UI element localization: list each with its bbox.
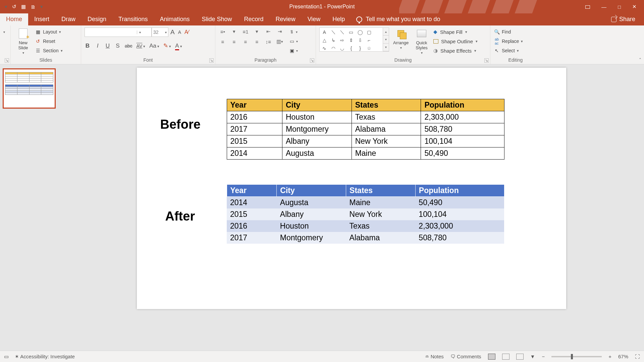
shape-lbrace-icon[interactable]: { <box>347 45 356 52</box>
new-file-button[interactable]: 🗎 <box>31 4 36 10</box>
paste-button[interactable]: ▾ <box>3 27 5 36</box>
tell-me-search[interactable]: Tell me what you want to do <box>351 13 445 25</box>
start-from-beginning-button[interactable]: ▦ <box>21 4 26 10</box>
table-cell[interactable]: Texas <box>352 111 421 123</box>
after-table[interactable]: YearCityStatesPopulation 2014AugustaMain… <box>227 184 504 244</box>
shape-roundrect-icon[interactable]: ▢ <box>365 28 373 36</box>
select-button[interactable]: ↖Select <box>494 46 523 55</box>
align-text-button[interactable]: ▭▾ <box>290 37 298 46</box>
clear-formatting-button[interactable]: A⁄ <box>184 29 189 35</box>
maximize-button[interactable]: □ <box>618 4 621 10</box>
text-direction-button[interactable]: ⥮▾ <box>290 27 298 36</box>
table-cell[interactable]: Montgomery <box>277 232 346 244</box>
slide-thumbnail-1[interactable] <box>3 68 56 109</box>
table-cell[interactable]: 50,490 <box>421 147 504 160</box>
font-launcher[interactable]: ↘ <box>209 58 214 63</box>
table-cell[interactable]: 50,490 <box>415 197 504 209</box>
table-cell[interactable]: Albany <box>277 208 346 220</box>
shape-lbrace-look-icon[interactable]: ⌐ <box>365 37 373 44</box>
shape-arc-icon[interactable]: ◠ <box>329 45 338 52</box>
table-cell[interactable]: 2015 <box>227 208 277 220</box>
normal-view-button[interactable] <box>488 354 495 360</box>
shape-arrow-r-icon[interactable]: ⇨ <box>338 37 346 44</box>
shapes-gallery-scroll[interactable]: ▴▾▾ <box>383 27 389 52</box>
slideshow-view-button[interactable]: ▼ <box>530 354 535 360</box>
bullets-dropdown[interactable]: ▾ <box>230 27 238 36</box>
highlight-button[interactable]: ✎ <box>163 42 171 49</box>
shadow-button[interactable]: S <box>115 43 121 49</box>
table-cell[interactable]: 2016 <box>227 220 277 232</box>
strikethrough-button[interactable]: abc <box>125 43 132 49</box>
shape-curve-icon[interactable]: ∿ <box>320 45 329 52</box>
zoom-slider-thumb[interactable] <box>571 354 573 359</box>
table-cell[interactable]: 2,303,000 <box>415 220 504 232</box>
table-cell[interactable]: Maine <box>346 197 416 209</box>
font-name-combo[interactable]: ▾ <box>85 27 152 37</box>
font-color-button[interactable]: A <box>175 43 182 49</box>
close-button[interactable]: ✕ <box>632 4 637 10</box>
tab-help[interactable]: Help <box>326 13 351 25</box>
convert-smartart-button[interactable]: ▣▾ <box>290 46 298 55</box>
section-button[interactable]: ☰Section <box>35 46 63 55</box>
table-cell[interactable]: 2015 <box>227 135 282 147</box>
shape-oval-icon[interactable]: ◯ <box>356 28 364 36</box>
table-cell[interactable]: Houston <box>282 111 352 123</box>
table-cell[interactable]: Alabama <box>346 232 416 244</box>
align-center-button[interactable]: ≡ <box>230 38 238 46</box>
layout-button[interactable]: ▦Layout <box>35 27 63 36</box>
replace-button[interactable]: abacReplace <box>494 37 523 46</box>
shape-rbrace-icon[interactable]: } <box>356 45 364 52</box>
notes-button[interactable]: ≐ Notes <box>425 354 444 360</box>
bold-button[interactable]: B <box>85 43 91 49</box>
tab-transitions[interactable]: Transitions <box>112 13 154 25</box>
reset-button[interactable]: ↺Reset <box>35 37 63 46</box>
undo-button[interactable]: ↺ <box>12 4 16 10</box>
table-cell[interactable]: 100,104 <box>421 135 504 147</box>
font-name-input[interactable] <box>85 29 137 35</box>
shape-textbox-icon[interactable]: A <box>320 28 329 36</box>
shape-outline-button[interactable]: Shape Outline <box>433 37 478 46</box>
columns-button[interactable]: ▥ <box>276 38 284 46</box>
table-row[interactable]: 2014AugustaMaine50,490 <box>227 147 504 160</box>
accessibility-status[interactable]: ✶ Accessibility: Investigate <box>15 354 75 360</box>
table-cell[interactable]: New York <box>346 208 416 220</box>
minimize-button[interactable]: — <box>601 4 606 10</box>
table-cell[interactable]: 508,780 <box>415 232 504 244</box>
justify-button[interactable]: ≡ <box>253 38 261 46</box>
table-cell[interactable]: Albany <box>282 135 352 147</box>
bullets-button[interactable]: ≡• <box>219 27 227 36</box>
table-cell[interactable]: 2,303,000 <box>421 111 504 123</box>
table-row[interactable]: 2015AlbanyNew York100,104 <box>227 208 504 220</box>
font-size-combo[interactable]: 32▾ <box>152 27 168 37</box>
zoom-in-button[interactable]: + <box>608 354 611 359</box>
shape-line2-icon[interactable]: ＼ <box>338 28 346 36</box>
shape-line-icon[interactable]: ＼ <box>329 28 338 36</box>
shape-rect-icon[interactable]: ▭ <box>347 28 356 36</box>
table-cell[interactable]: Texas <box>346 220 416 232</box>
align-left-button[interactable]: ≡ <box>219 38 227 46</box>
shape-arc2-icon[interactable]: ◡ <box>338 45 346 52</box>
before-table[interactable]: YearCityStatesPopulation 2016HoustonTexa… <box>227 99 504 160</box>
italic-button[interactable]: I <box>95 43 101 49</box>
table-cell[interactable]: Maine <box>352 147 421 160</box>
numbering-button[interactable]: ≡1 <box>241 27 250 36</box>
tab-record[interactable]: Record <box>238 13 270 25</box>
table-row[interactable]: 2016HoustonTexas2,303,000 <box>227 111 504 123</box>
zoom-out-button[interactable]: − <box>542 354 545 359</box>
tab-home[interactable]: Home <box>0 13 28 25</box>
shape-fill-button[interactable]: ◆Shape Fill <box>433 27 478 36</box>
share-button[interactable]: Share <box>602 13 644 25</box>
quick-styles-button[interactable]: Quick Styles▾ <box>413 27 431 55</box>
reading-view-button[interactable] <box>516 354 524 360</box>
table-row[interactable]: 2017MontgomeryAlabama508,780 <box>227 232 504 244</box>
table-cell[interactable]: Houston <box>277 220 346 232</box>
tab-review[interactable]: Review <box>270 13 302 25</box>
line-spacing-button[interactable]: ↕≡ <box>264 38 272 46</box>
slide-sorter-view-button[interactable] <box>502 354 509 360</box>
arrange-button[interactable]: Arrange▾ <box>392 27 410 50</box>
table-cell[interactable]: 508,780 <box>421 123 504 135</box>
clipboard-launcher[interactable]: ↘ <box>5 58 9 63</box>
table-cell[interactable]: 2016 <box>227 111 282 123</box>
ribbon-display-options-button[interactable] <box>585 4 590 10</box>
table-cell[interactable]: New York <box>352 135 421 147</box>
